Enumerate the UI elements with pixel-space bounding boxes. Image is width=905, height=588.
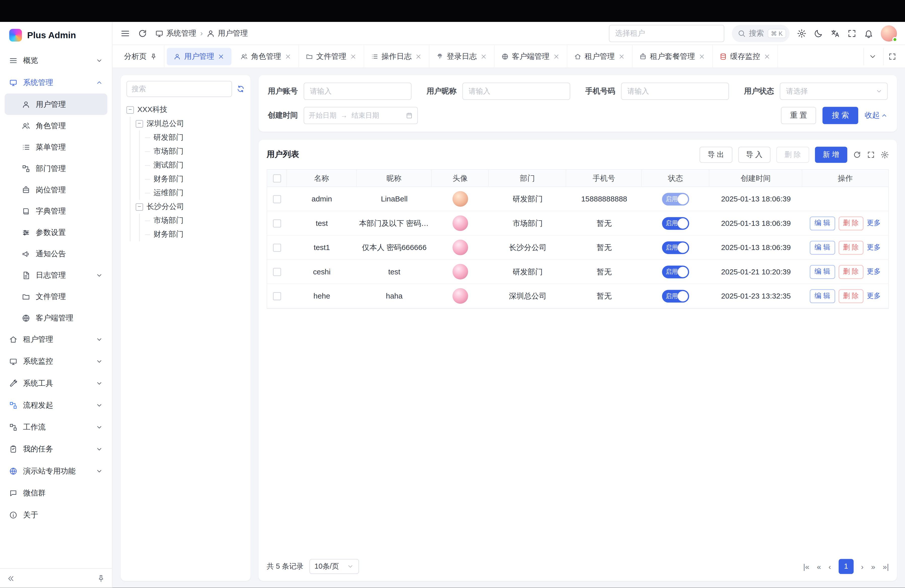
row-checkbox[interactable]	[273, 219, 281, 227]
app-logo[interactable]: Plus Admin	[0, 22, 112, 49]
sidebar-item-system-monitor[interactable]: 系统监控	[5, 351, 107, 372]
next-5-pages-button[interactable]: »	[871, 563, 875, 570]
hamburger-menu-button[interactable]	[121, 29, 130, 38]
tree-node-dept[interactable]: 运维部门	[145, 186, 245, 200]
user-avatar[interactable]	[452, 240, 468, 255]
more-actions-link[interactable]: 更多	[867, 242, 881, 252]
add-button[interactable]: 新 增	[815, 147, 848, 163]
tree-node-dept[interactable]: 市场部门	[145, 145, 245, 158]
tree-node-company[interactable]: − XXX科技	[127, 103, 245, 117]
edit-button[interactable]: 编 辑	[810, 289, 835, 303]
select-all-checkbox[interactable]	[273, 174, 281, 182]
refresh-page-button[interactable]	[138, 29, 147, 38]
edit-button[interactable]: 编 辑	[810, 216, 835, 230]
sidebar-pin-button[interactable]	[97, 574, 105, 582]
close-tab-icon[interactable]	[350, 53, 357, 60]
sidebar-item-workflow[interactable]: 工作流	[5, 416, 107, 438]
sidebar-item-file-management[interactable]: 文件管理	[5, 286, 107, 307]
tree-node-dept[interactable]: 财务部门	[145, 227, 245, 242]
tree-node-dept[interactable]: 研发部门	[145, 130, 245, 145]
status-toggle[interactable]: 启用	[662, 193, 689, 205]
sidebar-item-user-management[interactable]: 用户管理	[5, 94, 107, 115]
sidebar-item-overview[interactable]: 概览	[5, 49, 107, 72]
sidebar-item-client-management[interactable]: 客户端管理	[5, 307, 107, 329]
sidebar-item-system-management[interactable]: 系统管理	[5, 72, 107, 94]
row-checkbox[interactable]	[273, 268, 281, 276]
tab-tenant-management[interactable]: 租户管理	[567, 45, 632, 68]
breadcrumb-root[interactable]: 系统管理	[156, 28, 196, 38]
collapse-toggle-icon[interactable]: −	[127, 106, 134, 113]
date-range-picker[interactable]: 开始日期 → 结束日期	[304, 107, 418, 124]
column-settings-button[interactable]	[881, 151, 889, 159]
user-avatar[interactable]	[452, 215, 468, 231]
close-tab-icon[interactable]	[218, 53, 225, 60]
fullscreen-button[interactable]	[847, 29, 856, 38]
sidebar-item-about[interactable]: 关于	[5, 504, 107, 526]
status-toggle[interactable]: 启用	[662, 265, 689, 278]
tenant-select-input[interactable]	[609, 25, 724, 42]
sidebar-item-post-management[interactable]: 岗位管理	[5, 179, 107, 200]
tab-tenant-package-management[interactable]: 租户套餐管理	[632, 45, 713, 68]
more-actions-link[interactable]: 更多	[867, 218, 881, 228]
sidebar-item-system-tools[interactable]: 系统工具	[5, 372, 107, 394]
collapse-filter-link[interactable]: 收起	[865, 110, 888, 121]
dark-mode-button[interactable]	[814, 29, 823, 38]
last-page-button[interactable]: »|	[883, 563, 889, 570]
tab-login-log[interactable]: 登录日志	[429, 45, 494, 68]
table-refresh-button[interactable]	[853, 151, 861, 159]
tab-role-management[interactable]: 角色管理	[234, 45, 299, 68]
tab-file-management[interactable]: 文件管理	[299, 45, 364, 68]
language-button[interactable]	[830, 29, 840, 38]
tree-node-dept[interactable]: 财务部门	[145, 172, 245, 186]
more-actions-link[interactable]: 更多	[867, 267, 881, 277]
tree-node-branch[interactable]: − 深圳总公司	[136, 117, 245, 130]
sidebar-item-process-start[interactable]: 流程发起	[5, 394, 107, 416]
user-avatar[interactable]	[452, 264, 468, 280]
delete-row-button[interactable]: 删 除	[838, 216, 864, 230]
user-avatar[interactable]	[881, 25, 897, 41]
edit-button[interactable]: 编 辑	[810, 240, 835, 254]
notifications-button[interactable]	[864, 29, 873, 38]
user-avatar[interactable]	[452, 191, 468, 207]
import-button[interactable]: 导 入	[738, 147, 770, 163]
sidebar-item-menu-management[interactable]: 菜单管理	[5, 136, 107, 158]
row-checkbox[interactable]	[273, 195, 281, 203]
phone-input[interactable]	[621, 83, 729, 100]
edit-button[interactable]: 编 辑	[810, 265, 835, 279]
page-size-select[interactable]: 10条/页	[309, 559, 359, 574]
sidebar-item-tenant-management[interactable]: 租户管理	[5, 329, 107, 350]
close-tab-icon[interactable]	[618, 53, 625, 60]
export-button[interactable]: 导 出	[700, 147, 732, 163]
tab-fullscreen-button[interactable]	[883, 48, 900, 65]
status-select[interactable]: 请选择	[780, 83, 888, 100]
sidebar-item-notice[interactable]: 通知公告	[5, 243, 107, 265]
close-tab-icon[interactable]	[415, 53, 422, 60]
tab-operation-log[interactable]: 操作日志	[364, 45, 429, 68]
sidebar-item-wechat-group[interactable]: 微信群	[5, 482, 107, 504]
sidebar-item-my-tasks[interactable]: 我的任务	[5, 439, 107, 460]
tab-cache-monitor[interactable]: 缓存监控	[713, 45, 778, 68]
account-input[interactable]	[304, 83, 411, 100]
collapse-toggle-icon[interactable]: −	[136, 203, 143, 210]
current-page-button[interactable]: 1	[838, 559, 854, 574]
delete-row-button[interactable]: 删 除	[838, 265, 864, 279]
sidebar-item-role-management[interactable]: 角色管理	[5, 115, 107, 136]
tab-client-management[interactable]: 客户端管理	[495, 45, 567, 68]
sidebar-item-dict-management[interactable]: 字典管理	[5, 200, 107, 222]
sidebar-item-demo-features[interactable]: 演示站专用功能	[5, 460, 107, 482]
delete-row-button[interactable]: 删 除	[838, 240, 864, 254]
close-tab-icon[interactable]	[284, 53, 292, 60]
user-avatar[interactable]	[452, 288, 468, 304]
pin-icon[interactable]	[150, 53, 157, 60]
tree-search-input[interactable]	[127, 81, 232, 97]
tab-list-dropdown-button[interactable]	[864, 48, 881, 65]
sidebar-collapse-button[interactable]	[7, 574, 15, 582]
sidebar-item-param-settings[interactable]: 参数设置	[5, 222, 107, 243]
delete-row-button[interactable]: 删 除	[838, 289, 864, 303]
global-search-button[interactable]: 搜索 ⌘ K	[732, 25, 790, 42]
status-toggle[interactable]: 启用	[662, 289, 689, 302]
next-page-button[interactable]: ›	[861, 563, 864, 570]
settings-button[interactable]	[797, 29, 807, 38]
sidebar-item-log-management[interactable]: 日志管理	[5, 265, 107, 286]
row-checkbox[interactable]	[273, 243, 281, 251]
